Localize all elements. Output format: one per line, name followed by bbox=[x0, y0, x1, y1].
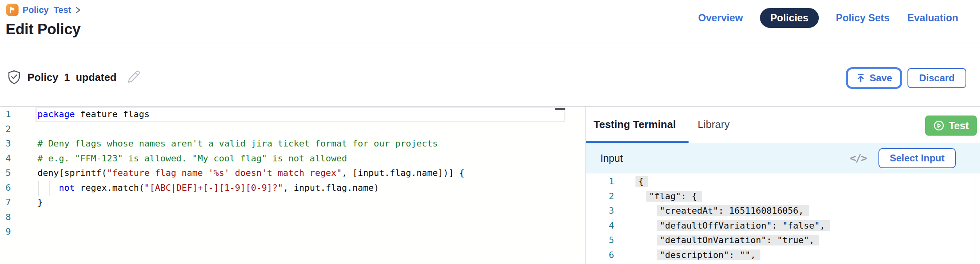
line-number: 2 bbox=[0, 122, 11, 137]
rego-line-6[interactable]: 6 not regex.match("[ABC|DEF]+[-][1-9][0-… bbox=[0, 181, 586, 196]
header-divider bbox=[0, 43, 980, 43]
chevron-right-icon bbox=[75, 6, 81, 14]
rego-line-4[interactable]: 4# e.g. "FFM-123" is allowed. "My cool f… bbox=[0, 151, 586, 166]
nav-tab-overview[interactable]: Overview bbox=[697, 8, 743, 28]
code-text: deny[sprintf("feature flag name '%s' doe… bbox=[11, 166, 465, 181]
terminal-tab-testing-terminal[interactable]: Testing Terminal bbox=[594, 118, 676, 131]
editor-scrollbar-track bbox=[555, 107, 555, 264]
line-number: 5 bbox=[0, 166, 11, 181]
line-number: 2 bbox=[586, 189, 614, 204]
highlighted-json-text: "description": "", bbox=[657, 250, 760, 260]
shield-check-icon bbox=[6, 69, 22, 85]
code-text: "createdAt": 1651160816056, bbox=[614, 204, 809, 219]
policy-title-row: Policy_1_updated bbox=[6, 69, 141, 85]
feature-flags-module-icon bbox=[6, 4, 19, 16]
highlighted-json-text: "createdAt": 1651160816056, bbox=[657, 205, 809, 216]
code-view-icon[interactable]: </> bbox=[850, 152, 866, 164]
nav-tab-evaluation[interactable]: Evaluation bbox=[907, 8, 959, 28]
upload-arrow-icon bbox=[856, 73, 866, 83]
highlighted-json-text: "defaultOnVariation": "true", bbox=[657, 235, 819, 245]
json-line-4[interactable]: 4 "defaultOffVariation": "false", bbox=[586, 219, 980, 233]
code-text: "flag": { bbox=[614, 189, 702, 204]
code-text bbox=[11, 122, 37, 137]
line-number: 5 bbox=[586, 233, 614, 248]
editor-scrollbar-thumb[interactable] bbox=[555, 108, 565, 110]
nav-tab-policies[interactable]: Policies bbox=[760, 8, 819, 28]
code-text: "defaultOnVariation": "true", bbox=[614, 233, 819, 248]
line-number: 1 bbox=[586, 174, 614, 189]
code-text: "defaultOffVariation": "false", bbox=[614, 219, 830, 233]
test-button-label: Test bbox=[949, 120, 969, 132]
code-text: "description": "", bbox=[614, 248, 760, 263]
page-title: Edit Policy bbox=[6, 21, 81, 38]
select-input-button[interactable]: Select Input bbox=[878, 148, 956, 168]
edit-policy-name-button[interactable] bbox=[126, 69, 141, 85]
save-button-label: Save bbox=[870, 72, 892, 84]
rego-line-9[interactable]: 9 bbox=[0, 225, 586, 239]
code-text: # Deny flags whose names aren't a valid … bbox=[11, 136, 438, 151]
json-editor-edge bbox=[974, 173, 974, 264]
rego-line-2[interactable]: 2 bbox=[0, 122, 586, 137]
line-number: 9 bbox=[0, 225, 11, 239]
code-text: # e.g. "FFM-123" is allowed. "My cool fl… bbox=[11, 151, 347, 166]
save-button-focus-ring: Save bbox=[846, 67, 902, 89]
rego-line-8[interactable]: 8 bbox=[0, 210, 586, 225]
line-number: 3 bbox=[586, 204, 614, 219]
testing-terminal-panel: Testing TerminalLibrary Test Input </> S… bbox=[586, 107, 980, 264]
code-text: not regex.match("[ABC|DEF]+[-][1-9][0-9]… bbox=[11, 181, 379, 196]
save-button[interactable]: Save bbox=[848, 69, 900, 87]
play-circle-icon bbox=[933, 120, 945, 131]
terminal-tabs: Testing TerminalLibrary bbox=[594, 107, 730, 142]
rego-line-7[interactable]: 7} bbox=[0, 195, 586, 210]
input-json-editor[interactable]: 1{2 "flag": {3 "createdAt": 165116081605… bbox=[586, 173, 980, 264]
input-label: Input bbox=[600, 153, 623, 164]
line-number: 4 bbox=[0, 151, 11, 166]
json-line-5[interactable]: 5 "defaultOnVariation": "true", bbox=[586, 233, 980, 248]
code-text bbox=[11, 210, 37, 225]
json-line-2[interactable]: 2 "flag": { bbox=[586, 189, 980, 204]
line-number: 6 bbox=[586, 248, 614, 263]
code-text bbox=[11, 225, 37, 239]
rego-code-editor[interactable]: 1package feature_flags23# Deny flags who… bbox=[0, 107, 586, 264]
breadcrumb: Policy_Test bbox=[6, 4, 81, 16]
code-text: } bbox=[11, 195, 43, 210]
highlighted-json-text: "defaultOffVariation": "false", bbox=[657, 220, 830, 231]
rego-line-5[interactable]: 5deny[sprintf("feature flag name '%s' do… bbox=[0, 166, 586, 181]
breadcrumb-project-link[interactable]: Policy_Test bbox=[23, 5, 71, 15]
indent-guide bbox=[38, 181, 39, 196]
line-number: 4 bbox=[586, 219, 614, 233]
indent-guide bbox=[49, 181, 50, 196]
policy-actions: Save Discard bbox=[846, 67, 966, 89]
json-line-1[interactable]: 1{ bbox=[586, 174, 980, 189]
rego-line-1[interactable]: 1package feature_flags bbox=[0, 107, 586, 122]
nav-tab-policy-sets[interactable]: Policy Sets bbox=[835, 8, 890, 28]
terminal-tab-library[interactable]: Library bbox=[698, 118, 729, 131]
rego-code-lines: 1package feature_flags23# Deny flags who… bbox=[0, 107, 586, 239]
line-number: 7 bbox=[0, 195, 11, 210]
policy-name: Policy_1_updated bbox=[27, 71, 116, 84]
rego-line-3[interactable]: 3# Deny flags whose names aren't a valid… bbox=[0, 136, 586, 151]
highlighted-json-text: "flag": { bbox=[646, 191, 702, 202]
line-number: 8 bbox=[0, 210, 11, 225]
input-section-header: Input </> Select Input bbox=[586, 143, 980, 173]
json-line-6[interactable]: 6 "description": "", bbox=[586, 248, 980, 263]
code-text: { bbox=[614, 174, 648, 189]
test-button[interactable]: Test bbox=[925, 116, 977, 136]
highlighted-json-text: { bbox=[635, 176, 648, 187]
line-number: 6 bbox=[0, 181, 11, 196]
code-text: package feature_flags bbox=[11, 107, 149, 122]
module-nav: OverviewPoliciesPolicy SetsEvaluation bbox=[697, 7, 959, 28]
pencil-icon bbox=[126, 69, 141, 84]
json-line-3[interactable]: 3 "createdAt": 1651160816056, bbox=[586, 204, 980, 219]
discard-button[interactable]: Discard bbox=[907, 68, 966, 88]
line-number: 3 bbox=[0, 136, 11, 151]
line-number: 1 bbox=[0, 107, 11, 122]
